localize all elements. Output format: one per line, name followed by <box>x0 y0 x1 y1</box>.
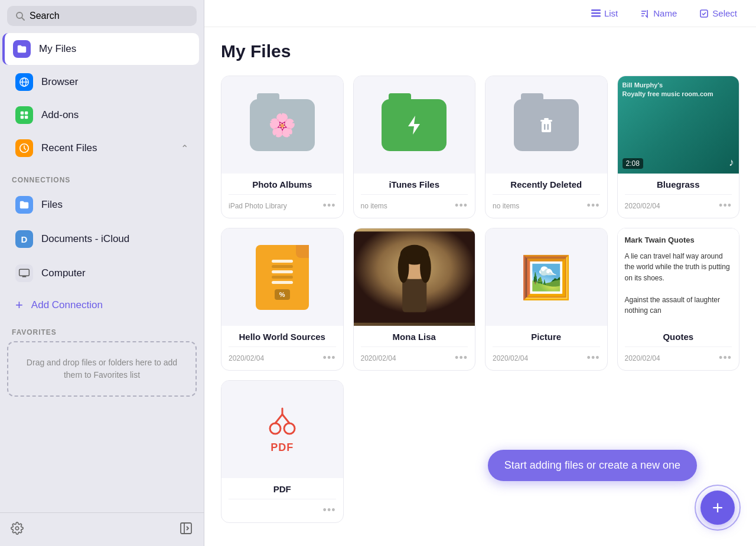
music-note-icon: ♪ <box>729 156 734 169</box>
bluegrass-date: 2020/02/04 <box>625 202 660 210</box>
computer-icon <box>15 264 33 282</box>
sidebar-item-browser[interactable]: Browser <box>5 66 199 98</box>
sidebar-item-my-files[interactable]: My Files <box>2 33 199 65</box>
zip-lines <box>272 260 293 284</box>
toast-message: Start adding files or create a new one <box>488 450 697 481</box>
photo-albums-date: iPad Photo Library <box>229 202 287 210</box>
picture-body: Picture 2020/02/04 ••• <box>485 326 607 370</box>
itunes-thumb <box>354 76 475 174</box>
pdf-menu[interactable]: ••• <box>323 504 336 516</box>
quotes-menu[interactable]: ••• <box>719 352 732 364</box>
zip-fold <box>296 245 309 258</box>
recent-files-label: Recent Files <box>41 142 97 154</box>
pdf-icon-wrap: PDF <box>266 405 299 454</box>
recently-deleted-menu[interactable]: ••• <box>587 200 600 212</box>
sort-name-button[interactable]: Name <box>636 6 682 21</box>
pdf-thumb: PDF <box>221 381 343 478</box>
photo-albums-thumb: 🌸 <box>221 76 343 174</box>
page-title: My Files <box>221 41 739 61</box>
zip-label: % <box>275 289 290 300</box>
search-bar[interactable]: Search <box>7 6 197 26</box>
recently-deleted-thumb <box>485 76 607 174</box>
sidebar-bottom <box>0 512 204 546</box>
file-card-quotes[interactable]: Mark Twain Quotes A lie can travel half … <box>617 228 740 371</box>
search-label: Search <box>30 11 60 21</box>
sort-icon <box>640 9 650 18</box>
sidebar-item-add-ons[interactable]: Add-ons <box>5 99 199 131</box>
hello-world-menu[interactable]: ••• <box>323 352 336 364</box>
bluegrass-thumb: Bill Murphy'sRoyalty free music room.com… <box>618 76 739 174</box>
favorites-section-label: FAVORITES <box>0 320 204 341</box>
hello-world-body: Hello World Sources 2020/02/04 ••• <box>221 326 343 370</box>
mona-svg <box>354 228 475 326</box>
photo-albums-name: Photo Albums <box>229 179 336 189</box>
svg-rect-14 <box>181 523 191 534</box>
svg-rect-16 <box>591 9 601 11</box>
svg-marker-23 <box>408 116 420 135</box>
hello-world-date: 2020/02/04 <box>229 354 264 362</box>
mona-lisa-menu[interactable]: ••• <box>455 352 468 364</box>
hello-world-thumb: % <box>221 228 343 326</box>
recently-deleted-date: no items <box>493 202 519 210</box>
file-card-hello-world[interactable]: % Hello World Sources 2020/02/04 ••• <box>221 228 344 371</box>
name-label: Name <box>653 8 677 18</box>
list-view-button[interactable]: List <box>586 6 623 21</box>
documents-icloud-label: Documents - iCloud <box>41 233 129 245</box>
file-card-recently-deleted[interactable]: Recently Deleted no items ••• <box>485 76 608 218</box>
picture-icon: 🖼️ <box>520 253 572 302</box>
svg-line-1 <box>22 18 24 20</box>
itunes-name: iTunes Files <box>361 179 468 189</box>
bluegrass-name: Bluegrass <box>625 179 732 189</box>
file-card-bluegrass[interactable]: Bill Murphy'sRoyalty free music room.com… <box>617 76 740 218</box>
file-card-mona-lisa[interactable]: Mona Lisa 2020/02/04 ••• <box>353 228 476 371</box>
add-connection-button[interactable]: + Add Connection <box>5 292 199 319</box>
svg-rect-18 <box>591 15 601 17</box>
sidebar-item-computer[interactable]: Computer <box>5 257 199 289</box>
svg-point-38 <box>284 423 295 434</box>
recently-deleted-name: Recently Deleted <box>493 179 600 189</box>
svg-point-35 <box>397 252 409 283</box>
photo-albums-body: Photo Albums iPad Photo Library ••• <box>221 174 343 218</box>
svg-rect-5 <box>21 112 24 115</box>
mona-lisa-image <box>354 228 475 326</box>
file-card-itunes[interactable]: iTunes Files no items ••• <box>353 76 476 218</box>
settings-button[interactable] <box>11 522 24 537</box>
file-card-photo-albums[interactable]: 🌸 Photo Albums iPad Photo Library ••• <box>221 76 344 218</box>
svg-rect-32 <box>402 279 426 312</box>
file-card-picture[interactable]: 🖼️ Picture 2020/02/04 ••• <box>485 228 608 371</box>
hello-world-meta: 2020/02/04 ••• <box>229 346 336 364</box>
files-label: Files <box>41 199 63 211</box>
svg-point-13 <box>15 527 19 530</box>
add-connection-label: Add Connection <box>31 299 103 311</box>
bluegrass-menu[interactable]: ••• <box>719 200 732 212</box>
bluegrass-image: Bill Murphy'sRoyalty free music room.com… <box>618 76 739 174</box>
quote-body: A lie can travel half way around the wor… <box>625 251 732 317</box>
hello-world-name: Hello World Sources <box>229 332 336 342</box>
recently-deleted-meta: no items ••• <box>493 194 600 212</box>
svg-point-36 <box>420 252 431 283</box>
my-files-icon <box>13 40 31 58</box>
sidebar-item-documents-icloud[interactable]: D Documents - iCloud <box>5 223 199 255</box>
itunes-date: no items <box>361 202 387 210</box>
sidebar-item-files[interactable]: Files <box>5 189 199 221</box>
itunes-body: iTunes Files no items ••• <box>354 174 475 218</box>
svg-rect-25 <box>540 120 552 122</box>
select-button[interactable]: Select <box>695 6 742 21</box>
fab-button[interactable]: + <box>700 491 735 525</box>
photo-albums-menu[interactable]: ••• <box>323 200 336 212</box>
addons-label: Add-ons <box>41 109 79 121</box>
quotes-content: Mark Twain Quotes A lie can travel half … <box>618 228 739 326</box>
svg-rect-26 <box>544 118 549 120</box>
favorites-drop-zone[interactable]: Drag and drop files or folders here to a… <box>7 341 197 397</box>
mona-lisa-body: Mona Lisa 2020/02/04 ••• <box>354 326 475 370</box>
picture-menu[interactable]: ••• <box>587 352 600 364</box>
svg-rect-10 <box>19 269 30 276</box>
file-card-pdf[interactable]: PDF PDF ••• <box>221 380 344 523</box>
itunes-menu[interactable]: ••• <box>455 200 468 212</box>
favorites-drop-text: Drag and drop files or folders here to a… <box>27 358 177 380</box>
collapse-sidebar-button[interactable] <box>179 521 193 538</box>
browser-icon <box>15 73 33 91</box>
search-icon <box>15 11 25 21</box>
mona-lisa-date: 2020/02/04 <box>361 354 396 362</box>
sidebar-item-recent-files[interactable]: Recent Files ⌃ <box>5 132 199 164</box>
